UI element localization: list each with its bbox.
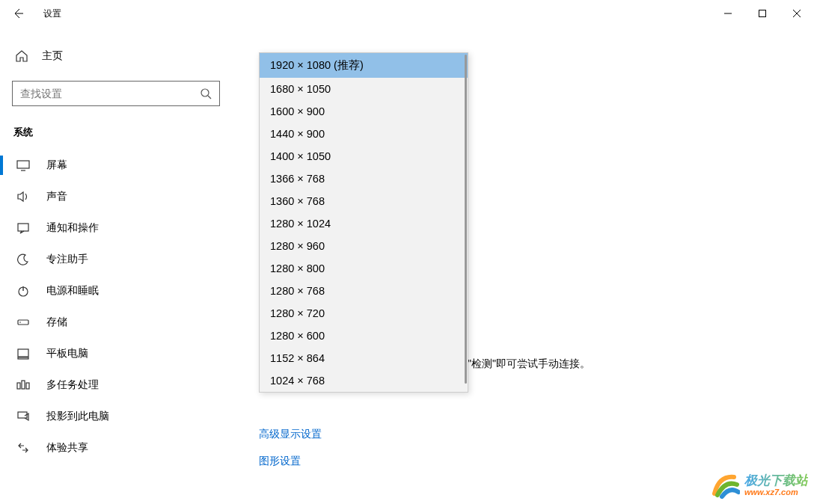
svg-rect-8 [18, 357, 28, 359]
home-icon [15, 49, 28, 63]
svg-rect-2 [17, 161, 29, 168]
nav-item-label: 屏幕 [46, 159, 67, 172]
svg-rect-0 [759, 10, 766, 17]
dropdown-item[interactable]: 1280 × 600 [260, 325, 468, 347]
watermark-url: www.xz7.com [744, 488, 808, 497]
dropdown-item[interactable]: 1680 × 1050 [260, 78, 468, 100]
nav-item-label: 投影到此电脑 [46, 410, 109, 423]
nav-item-display[interactable]: 屏幕 [0, 150, 232, 181]
dropdown-scroll: 1920 × 1080 (推荐)1680 × 10501600 × 900144… [260, 53, 468, 392]
watermark-cn: 极光下载站 [744, 473, 808, 488]
nav-item-power[interactable]: 电源和睡眠 [0, 275, 232, 307]
storage-icon [16, 316, 30, 329]
notify-icon [16, 221, 30, 235]
nav-item-label: 通知和操作 [46, 221, 99, 235]
dropdown-item[interactable]: 1400 × 1050 [260, 145, 468, 168]
dropdown-item[interactable]: 1600 × 900 [260, 100, 468, 123]
svg-rect-3 [18, 224, 28, 231]
watermark-logo-icon [712, 471, 740, 500]
sidebar: 主页 系统 屏幕声音通知和操作专注助手电源和睡眠存储平板电脑多任务处理投影到此电… [0, 27, 232, 504]
nav-item-label: 多任务处理 [46, 378, 99, 392]
nav-item-sound[interactable]: 声音 [0, 181, 232, 212]
dropdown-item[interactable]: 1360 × 768 [260, 190, 468, 212]
search-icon [200, 87, 212, 99]
dropdown-item[interactable]: 1152 × 864 [260, 347, 468, 369]
dropdown-item[interactable]: 1366 × 768 [260, 168, 468, 190]
close-button[interactable] [780, 1, 814, 25]
window-controls [711, 1, 814, 25]
graphics-settings-link[interactable]: 图形设置 [259, 455, 301, 468]
nav-list: 屏幕声音通知和操作专注助手电源和睡眠存储平板电脑多任务处理投影到此电脑体验共享 [0, 150, 232, 464]
nav-item-multitask[interactable]: 多任务处理 [0, 369, 232, 401]
multitask-icon [16, 378, 30, 392]
svg-rect-10 [22, 381, 25, 389]
search-input[interactable] [20, 87, 200, 99]
dropdown-item[interactable]: 1280 × 960 [260, 235, 468, 257]
dropdown-item[interactable]: 1024 × 768 [260, 369, 468, 392]
project-icon [16, 410, 30, 423]
share-icon [16, 441, 30, 455]
watermark-text: 极光下载站 www.xz7.com [744, 473, 808, 497]
titlebar-left: 设置 [10, 6, 61, 21]
advanced-display-link[interactable]: 高级显示设置 [259, 428, 322, 441]
nav-item-label: 电源和睡眠 [46, 284, 99, 298]
home-link[interactable]: 主页 [0, 42, 232, 70]
nav-item-label: 平板电脑 [46, 347, 88, 360]
nav-item-label: 存储 [46, 316, 67, 329]
titlebar: 设置 [0, 0, 814, 27]
tablet-icon [16, 347, 30, 360]
window-title: 设置 [43, 7, 61, 20]
nav-item-project[interactable]: 投影到此电脑 [0, 401, 232, 432]
dropdown-item[interactable]: 1280 × 800 [260, 257, 468, 280]
category-header: 系统 [0, 121, 232, 150]
nav-item-label: 专注助手 [46, 253, 88, 266]
dropdown-item[interactable]: 1440 × 900 [260, 123, 468, 145]
svg-rect-5 [18, 320, 28, 325]
nav-item-notify[interactable]: 通知和操作 [0, 212, 232, 244]
power-icon [16, 284, 30, 298]
resolution-dropdown[interactable]: 1920 × 1080 (推荐)1680 × 10501600 × 900144… [259, 52, 468, 393]
dropdown-item[interactable]: 1920 × 1080 (推荐) [260, 53, 468, 78]
svg-rect-11 [26, 383, 29, 389]
minimize-button[interactable] [711, 1, 745, 25]
dropdown-item[interactable]: 1280 × 768 [260, 280, 468, 302]
watermark: 极光下载站 www.xz7.com [712, 471, 808, 500]
svg-rect-7 [18, 349, 28, 357]
sound-icon [16, 190, 30, 203]
nav-item-storage[interactable]: 存储 [0, 307, 232, 338]
nav-item-label: 体验共享 [46, 441, 88, 455]
dropdown-scrollbar[interactable] [465, 55, 467, 384]
svg-point-1 [201, 89, 209, 96]
focus-icon [16, 253, 30, 266]
nav-item-tablet[interactable]: 平板电脑 [0, 338, 232, 369]
dropdown-item[interactable]: 1280 × 720 [260, 302, 468, 325]
nav-item-share[interactable]: 体验共享 [0, 432, 232, 464]
dropdown-item[interactable]: 1280 × 1024 [260, 212, 468, 235]
maximize-button[interactable] [745, 1, 780, 25]
nav-item-focus[interactable]: 专注助手 [0, 244, 232, 275]
home-label: 主页 [42, 49, 63, 63]
svg-point-6 [19, 322, 21, 323]
display-icon [16, 159, 30, 172]
nav-item-label: 声音 [46, 190, 67, 203]
svg-rect-9 [17, 383, 20, 389]
back-button[interactable] [10, 6, 25, 21]
search-box[interactable] [12, 81, 220, 106]
detect-text: "检测"即可尝试手动连接。 [468, 357, 590, 371]
